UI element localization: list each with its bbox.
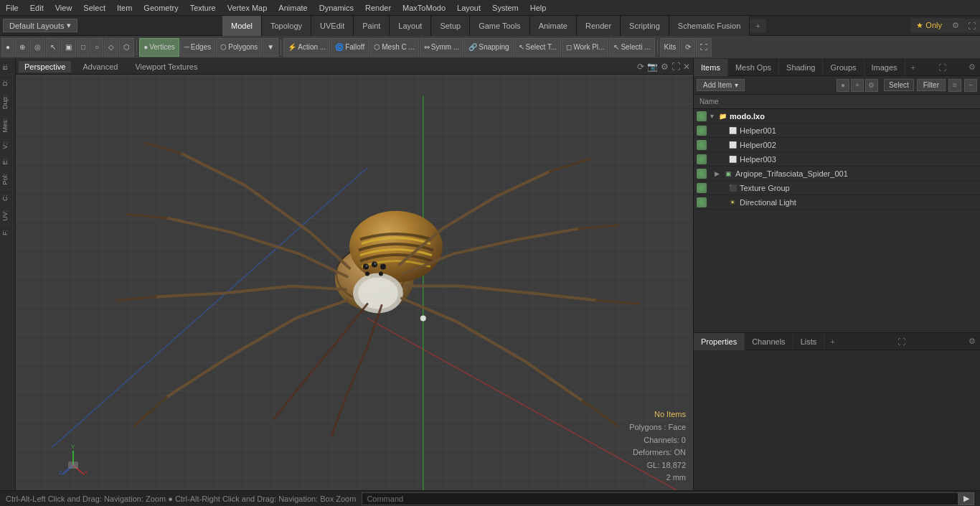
tab-render[interactable]: Render <box>577 16 621 36</box>
default-layouts-dropdown[interactable]: Default Layouts ▾ <box>3 19 77 32</box>
tab-gametools[interactable]: Game Tools <box>470 16 530 36</box>
add-props-tab-btn[interactable]: + <box>826 334 839 349</box>
lasso-select-btn[interactable]: ◇ <box>104 38 118 57</box>
left-tab-pol[interactable]: Pol: <box>0 169 15 189</box>
expand-icon-modo[interactable]: ▼ <box>709 113 717 120</box>
panel-expand-btn[interactable]: ⛶ <box>934 60 951 75</box>
visibility-toggle-texture[interactable] <box>697 183 707 193</box>
hex-btn[interactable]: ⬡ <box>119 38 134 57</box>
camera-reset-btn[interactable]: ⟳ <box>681 38 695 57</box>
edges-mode-btn[interactable]: ─ Edges <box>180 38 215 57</box>
action-btn[interactable]: ⚡ Action ... <box>283 38 330 57</box>
filter-btn[interactable]: Filter <box>917 79 946 91</box>
menu-help[interactable]: Help <box>524 2 552 14</box>
panel-tab-items[interactable]: Items <box>694 59 728 76</box>
perspective-toggle-btn[interactable]: ● <box>1 38 14 57</box>
left-tab-uv[interactable]: UV: <box>0 205 15 225</box>
item-row-helper002[interactable]: ⬜ Helper002 <box>694 138 980 152</box>
mesh-btn[interactable]: ⬡ Mesh C ... <box>369 38 419 57</box>
menu-render[interactable]: Render <box>359 2 397 14</box>
items-select-dropdown[interactable]: Select <box>884 79 914 91</box>
select-tool-btn[interactable]: ↖ Select T... <box>514 38 562 57</box>
tab-layout[interactable]: Layout <box>390 16 431 36</box>
props-tab-lists[interactable]: Lists <box>793 333 825 350</box>
item-row-texture-group[interactable]: ⬛ Texture Group <box>694 181 980 195</box>
left-tab-f[interactable]: F: <box>0 225 15 240</box>
props-tab-channels[interactable]: Channels <box>745 333 793 350</box>
star-only-btn[interactable]: ★ Only <box>910 18 948 33</box>
props-expand-btn[interactable]: ⛶ <box>893 334 910 349</box>
menu-texture[interactable]: Texture <box>184 2 222 14</box>
item-row-helper001[interactable]: ⬜ Helper001 <box>694 123 980 138</box>
tab-uvedit[interactable]: UVEdit <box>311 16 354 36</box>
menu-file[interactable]: File <box>0 2 24 14</box>
arrow-select-btn[interactable]: ↖ <box>46 38 60 57</box>
menu-system[interactable]: System <box>486 2 524 14</box>
symm-btn[interactable]: ⇔ Symm ... <box>420 38 463 57</box>
viewport-icon-camera[interactable]: 📷 <box>647 62 658 72</box>
item-row-spider[interactable]: ▶ ▣ Argiope_Trifasciata_Spider_001 <box>694 167 980 181</box>
left-tab-b[interactable]: B: <box>0 59 15 75</box>
visibility-toggle-dirlight[interactable] <box>697 197 707 207</box>
add-panel-tab-btn[interactable]: + <box>907 60 920 75</box>
panel-tab-shading[interactable]: Shading <box>779 59 823 76</box>
left-tab-v[interactable]: V:: <box>0 136 15 154</box>
tab-schematic[interactable]: Schematic Fusion <box>669 16 750 36</box>
viewport-canvas[interactable]: No Items Polygons : Face Channels: 0 Def… <box>16 75 693 490</box>
menu-vertexmap[interactable]: Vertex Map <box>222 2 273 14</box>
menu-dynamics[interactable]: Dynamics <box>314 2 359 14</box>
panel-tab-groups[interactable]: Groups <box>823 59 864 76</box>
visibility-toggle-helper002[interactable] <box>697 140 707 150</box>
add-item-btn[interactable]: Add Item ▾ <box>697 79 745 91</box>
menu-animate[interactable]: Animate <box>273 2 313 14</box>
camera-extra-btn[interactable]: ⛶ <box>696 38 712 57</box>
extra-mode-btn[interactable]: ▼ <box>263 38 278 57</box>
viewport-icon-expand[interactable]: ⛶ <box>672 62 680 72</box>
tab-animate[interactable]: Animate <box>530 16 577 36</box>
visibility-toggle-helper003[interactable] <box>697 154 707 164</box>
items-minus-btn[interactable]: − <box>964 79 977 92</box>
rect-select-btn[interactable]: □ <box>77 38 90 57</box>
viewport-tab-perspective[interactable]: Perspective <box>19 61 71 72</box>
layout-settings-icon[interactable]: ⚙ <box>948 18 963 33</box>
left-tab-d[interactable]: D: <box>0 75 15 90</box>
viewport-icon-close[interactable]: ✕ <box>683 62 690 72</box>
tab-topology[interactable]: Topology <box>262 16 311 36</box>
menu-layout[interactable]: Layout <box>451 2 486 14</box>
props-tab-properties[interactable]: Properties <box>694 333 745 350</box>
viewport-icon-reset[interactable]: ⟳ <box>637 62 644 72</box>
viewport[interactable]: Perspective Advanced Viewport Textures ⟳… <box>16 59 693 490</box>
viewport-icon-settings[interactable]: ⚙ <box>661 62 669 72</box>
visibility-icon-2[interactable]: + <box>851 79 864 92</box>
menu-maxtomodo[interactable]: MaxToModo <box>397 2 451 14</box>
panel-tab-images[interactable]: Images <box>864 59 905 76</box>
menu-item[interactable]: Item <box>111 2 138 14</box>
props-settings-btn[interactable]: ⚙ <box>964 334 980 349</box>
menu-view[interactable]: View <box>50 2 78 14</box>
visibility-toggle-spider[interactable] <box>697 169 707 179</box>
selection-btn[interactable]: ↖ Selecti ... <box>609 38 654 57</box>
layout-fullscreen-icon[interactable]: ⛶ <box>963 19 980 33</box>
expand-icon-spider[interactable]: ▶ <box>715 170 723 177</box>
item-row-helper003[interactable]: ⬜ Helper003 <box>694 152 980 167</box>
add-layout-tab-btn[interactable]: + <box>750 19 765 33</box>
tab-model[interactable]: Model <box>222 16 262 36</box>
vertices-mode-btn[interactable]: ● Vertices <box>139 38 179 57</box>
work-plane-btn[interactable]: ◻ Work Pl... <box>562 38 608 57</box>
viewport-tab-textures[interactable]: Viewport Textures <box>129 61 203 72</box>
left-tab-mes[interactable]: Mes: <box>0 113 15 137</box>
tab-setup[interactable]: Setup <box>431 16 470 36</box>
menu-edit[interactable]: Edit <box>24 2 50 14</box>
grid-btn[interactable]: ⊕ <box>15 38 29 57</box>
visibility-icon-1[interactable]: ● <box>837 79 849 92</box>
viewport-tab-advanced[interactable]: Advanced <box>77 61 123 72</box>
item-row-modo-bxo[interactable]: ▼ 📁 modo.lxo <box>694 109 980 123</box>
visibility-icon-3[interactable]: ⚙ <box>865 79 878 92</box>
tab-scripting[interactable]: Scripting <box>621 16 669 36</box>
left-tab-dup[interactable]: Dup: <box>0 90 15 113</box>
left-tab-c[interactable]: C: <box>0 189 15 205</box>
items-extra-btn[interactable]: ≡ <box>948 79 961 92</box>
polygons-mode-btn[interactable]: ⬡ Polygons <box>216 38 262 57</box>
menu-select[interactable]: Select <box>77 2 111 14</box>
visibility-toggle-helper001[interactable] <box>697 126 707 136</box>
